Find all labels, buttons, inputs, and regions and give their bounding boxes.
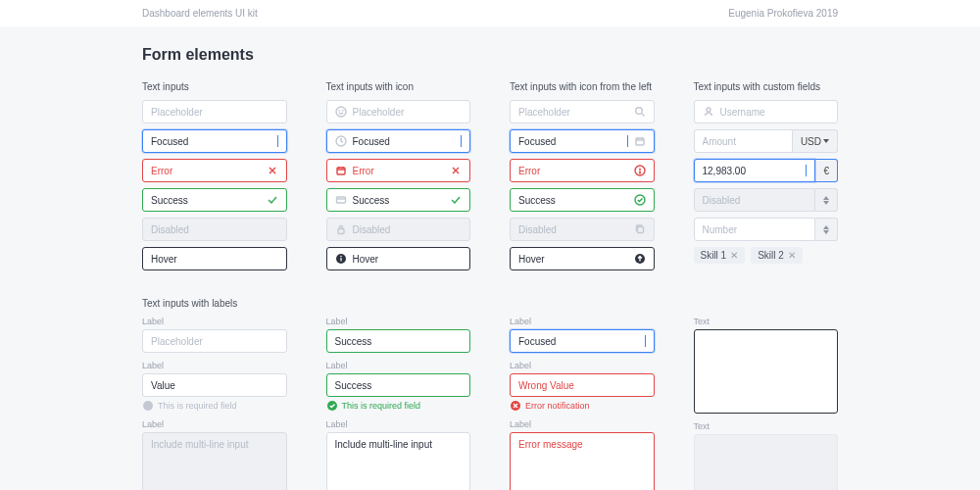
input-righticon-disabled: Disabled [510, 218, 655, 241]
col-heading-custom-fields: Text inputs with custom fields [694, 81, 839, 92]
chevron-down-icon [823, 139, 829, 143]
input-success[interactable]: Success [142, 188, 287, 212]
field-hint-error: Error notification [510, 400, 655, 412]
field-label: Label [510, 361, 655, 370]
field-label: Text [694, 317, 839, 326]
labeled-placeholder[interactable]: Placeholder [142, 329, 287, 353]
check-circle-icon [634, 194, 646, 206]
input-icon-focused[interactable]: Focused [326, 129, 471, 153]
svg-point-18 [143, 401, 153, 411]
input-disabled: Disabled [142, 218, 287, 241]
clock-icon [335, 135, 347, 147]
field-label: Label [326, 361, 471, 370]
col-heading-labels: Text inputs with labels [142, 298, 287, 309]
chevron-down-icon[interactable] [823, 230, 829, 234]
field-hint: This is required field [142, 400, 287, 412]
svg-rect-6 [338, 229, 344, 234]
multiline-error[interactable]: Error message [510, 432, 655, 490]
input-icon-success[interactable]: Success [326, 188, 471, 212]
check-icon [267, 194, 278, 206]
kit-title: Dashboard elements UI kit [142, 8, 258, 19]
search-icon[interactable] [634, 106, 646, 118]
input-icon-error[interactable]: Error [326, 159, 471, 182]
calendar-icon[interactable] [634, 135, 646, 147]
input-username[interactable]: Username [694, 100, 839, 123]
svg-point-10 [635, 108, 642, 115]
col-heading-text-inputs-icon-left: Text inputs with icon from the left [510, 81, 655, 92]
card-icon [335, 194, 347, 206]
textarea-empty[interactable] [694, 329, 839, 414]
labeled-wrong[interactable]: Wrong Value [510, 373, 655, 397]
input-hover[interactable]: Hover [142, 247, 287, 270]
number-stepper[interactable] [815, 218, 838, 241]
svg-point-17 [707, 108, 710, 112]
close-icon[interactable] [450, 165, 462, 176]
error-circle-icon [510, 400, 521, 412]
input-icon-hover[interactable]: Hover [326, 247, 471, 270]
input-righticon-focused[interactable]: Focused [510, 129, 655, 153]
close-icon[interactable]: ✕ [730, 250, 738, 261]
skills-tags[interactable]: Skill 1✕ Skill 2✕ [694, 247, 839, 264]
copy-icon [634, 223, 646, 235]
chevron-up-icon[interactable] [823, 225, 829, 229]
lock-icon [335, 223, 347, 235]
col-heading-text-inputs: Text inputs [142, 81, 287, 92]
smile-icon [335, 106, 347, 118]
labeled-success[interactable]: Success [326, 329, 471, 353]
alert-circle-icon [634, 165, 646, 176]
svg-rect-8 [340, 258, 341, 262]
sort-icon [823, 196, 829, 205]
svg-rect-11 [636, 138, 644, 145]
input-righticon-placeholder[interactable]: Placeholder [510, 100, 655, 123]
page-title: Form elements [142, 46, 838, 64]
col-heading-text-inputs-icon: Text inputs with icon [326, 81, 471, 92]
input-number-stepper[interactable]: Number [694, 218, 839, 241]
field-label: Label [510, 317, 655, 326]
input-righticon-error[interactable]: Error [510, 159, 655, 182]
svg-point-19 [327, 401, 337, 411]
info-icon [335, 253, 347, 265]
close-icon[interactable]: ✕ [788, 250, 796, 261]
currency-select[interactable]: USD [793, 129, 838, 153]
multiline-value[interactable]: Include multi-line input [326, 432, 471, 490]
input-righticon-hover[interactable]: Hover [510, 247, 655, 270]
svg-point-14 [635, 195, 645, 205]
field-label: Label [326, 419, 471, 429]
field-hint-success: This is required field [326, 400, 471, 412]
euro-badge: € [815, 159, 838, 182]
svg-rect-4 [337, 168, 345, 174]
field-label: Text [694, 421, 839, 431]
labeled-value[interactable]: Value [142, 373, 287, 397]
field-label: Label [142, 317, 287, 326]
kit-credit: Eugenia Prokofieva 2019 [728, 8, 838, 19]
svg-point-0 [336, 107, 346, 117]
input-amount-currency[interactable]: Amount USD [694, 129, 839, 153]
textarea-disabled [694, 434, 839, 490]
close-icon[interactable] [267, 165, 278, 176]
info-circle-icon [142, 400, 154, 412]
svg-point-9 [340, 256, 342, 258]
tag-skill-2[interactable]: Skill 2✕ [751, 247, 803, 264]
calendar-icon [335, 165, 347, 176]
input-icon-disabled: Disabled [326, 218, 471, 241]
input-icon-placeholder[interactable]: Placeholder [326, 100, 471, 123]
field-label: Label [326, 317, 471, 326]
input-focused[interactable]: Focused [142, 129, 287, 153]
svg-rect-5 [336, 197, 345, 203]
svg-point-1 [339, 110, 340, 111]
check-icon [450, 194, 462, 206]
svg-point-2 [342, 110, 343, 111]
check-circle-icon [326, 400, 338, 412]
input-righticon-success[interactable]: Success [510, 188, 655, 212]
input-disabled-select: Disabled [694, 188, 839, 212]
multiline-placeholder[interactable]: Include multi-line input [142, 432, 287, 490]
svg-point-13 [639, 172, 640, 173]
upload-circle-icon[interactable] [634, 253, 646, 265]
svg-rect-15 [637, 227, 643, 233]
input-error[interactable]: Error [142, 159, 287, 182]
tag-skill-1[interactable]: Skill 1✕ [694, 247, 746, 264]
input-value-euro[interactable]: 12,983.00 € [694, 159, 839, 182]
input-placeholder[interactable]: Placeholder [142, 100, 287, 123]
labeled-focused[interactable]: Focused [510, 329, 655, 353]
labeled-success-hint[interactable]: Success [326, 373, 471, 397]
